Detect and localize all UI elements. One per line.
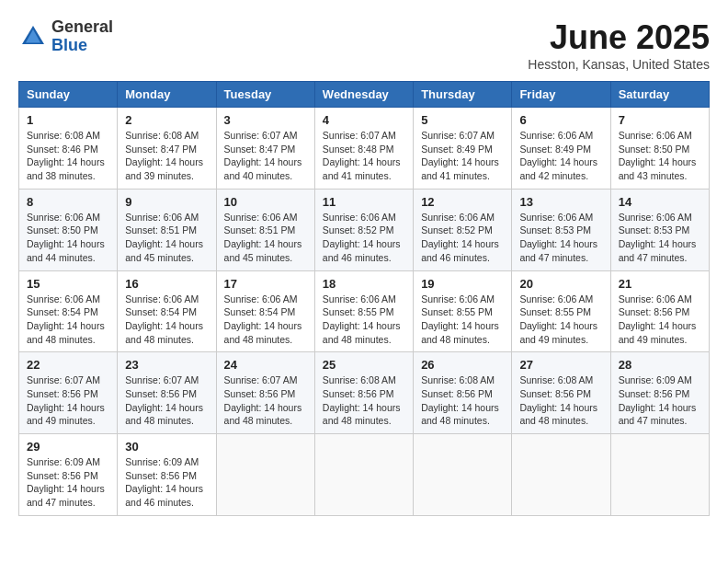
cell-content: Sunrise: 6:06 AMSunset: 8:53 PMDaylight:… (619, 211, 701, 265)
calendar-cell: 17Sunrise: 6:06 AMSunset: 8:54 PMDayligh… (216, 270, 314, 352)
day-number: 13 (519, 195, 602, 209)
day-number: 18 (323, 277, 405, 291)
day-number: 25 (323, 358, 405, 372)
cell-content: Sunrise: 6:06 AMSunset: 8:54 PMDaylight:… (27, 293, 109, 347)
calendar-cell: 15Sunrise: 6:06 AMSunset: 8:54 PMDayligh… (19, 270, 118, 352)
cell-content: Sunrise: 6:06 AMSunset: 8:50 PMDaylight:… (619, 129, 701, 183)
day-number: 1 (27, 113, 109, 127)
calendar-cell: 6Sunrise: 6:06 AMSunset: 8:49 PMDaylight… (512, 108, 610, 190)
calendar: Sunday Monday Tuesday Wednesday Thursday… (18, 81, 710, 516)
calendar-cell: 19Sunrise: 6:06 AMSunset: 8:55 PMDayligh… (414, 270, 512, 352)
calendar-cell: 5Sunrise: 6:07 AMSunset: 8:49 PMDaylight… (414, 108, 512, 190)
day-number: 24 (224, 358, 307, 372)
day-number: 4 (323, 113, 405, 127)
calendar-cell: 30Sunrise: 6:09 AMSunset: 8:56 PMDayligh… (118, 434, 216, 516)
calendar-cell: 10Sunrise: 6:06 AMSunset: 8:51 PMDayligh… (216, 189, 314, 270)
calendar-cell: 25Sunrise: 6:08 AMSunset: 8:56 PMDayligh… (314, 352, 413, 434)
calendar-week-row: 29Sunrise: 6:09 AMSunset: 8:56 PMDayligh… (19, 434, 710, 516)
logo: General Blue (18, 18, 113, 55)
cell-content: Sunrise: 6:08 AMSunset: 8:56 PMDaylight:… (323, 373, 405, 428)
day-number: 2 (125, 113, 208, 127)
header-thursday: Thursday (414, 82, 512, 108)
calendar-week-row: 22Sunrise: 6:07 AMSunset: 8:56 PMDayligh… (19, 352, 710, 434)
day-number: 30 (125, 440, 208, 454)
logo-text: General Blue (51, 18, 113, 55)
calendar-cell: 12Sunrise: 6:06 AMSunset: 8:52 PMDayligh… (414, 189, 512, 270)
calendar-cell: 18Sunrise: 6:06 AMSunset: 8:55 PMDayligh… (314, 270, 413, 352)
header-sunday: Sunday (19, 82, 118, 108)
cell-content: Sunrise: 6:06 AMSunset: 8:55 PMDaylight:… (421, 293, 504, 347)
cell-content: Sunrise: 6:08 AMSunset: 8:46 PMDaylight:… (27, 129, 109, 183)
day-number: 12 (421, 195, 504, 209)
cell-content: Sunrise: 6:07 AMSunset: 8:48 PMDaylight:… (323, 129, 405, 183)
cell-content: Sunrise: 6:06 AMSunset: 8:52 PMDaylight:… (421, 211, 504, 265)
day-number: 7 (619, 113, 701, 127)
day-number: 17 (224, 277, 307, 291)
calendar-cell: 9Sunrise: 6:06 AMSunset: 8:51 PMDaylight… (118, 189, 216, 270)
day-number: 3 (224, 113, 307, 127)
day-number: 22 (27, 358, 109, 372)
cell-content: Sunrise: 6:06 AMSunset: 8:50 PMDaylight:… (27, 211, 109, 265)
day-number: 26 (421, 358, 504, 372)
cell-content: Sunrise: 6:08 AMSunset: 8:56 PMDaylight:… (421, 373, 504, 428)
day-number: 28 (619, 358, 701, 372)
cell-content: Sunrise: 6:06 AMSunset: 8:51 PMDaylight:… (224, 211, 307, 265)
calendar-cell: 29Sunrise: 6:09 AMSunset: 8:56 PMDayligh… (19, 434, 118, 516)
calendar-cell (414, 434, 512, 516)
calendar-cell: 8Sunrise: 6:06 AMSunset: 8:50 PMDaylight… (19, 189, 118, 270)
page-header: General Blue June 2025 Hesston, Kansas, … (18, 18, 710, 72)
calendar-cell: 28Sunrise: 6:09 AMSunset: 8:56 PMDayligh… (610, 352, 709, 434)
day-number: 19 (421, 277, 504, 291)
cell-content: Sunrise: 6:07 AMSunset: 8:56 PMDaylight:… (27, 373, 109, 428)
calendar-header-row: Sunday Monday Tuesday Wednesday Thursday… (19, 82, 710, 108)
day-number: 11 (323, 195, 405, 209)
cell-content: Sunrise: 6:06 AMSunset: 8:52 PMDaylight:… (323, 211, 405, 265)
day-number: 15 (27, 277, 109, 291)
cell-content: Sunrise: 6:06 AMSunset: 8:56 PMDaylight:… (619, 293, 701, 347)
cell-content: Sunrise: 6:07 AMSunset: 8:56 PMDaylight:… (125, 373, 208, 428)
logo-general: General (51, 18, 113, 37)
calendar-cell (610, 434, 709, 516)
cell-content: Sunrise: 6:06 AMSunset: 8:53 PMDaylight:… (519, 211, 602, 265)
header-friday: Friday (512, 82, 610, 108)
calendar-week-row: 8Sunrise: 6:06 AMSunset: 8:50 PMDaylight… (19, 189, 710, 270)
calendar-cell: 21Sunrise: 6:06 AMSunset: 8:56 PMDayligh… (610, 270, 709, 352)
calendar-cell: 2Sunrise: 6:08 AMSunset: 8:47 PMDaylight… (118, 108, 216, 190)
calendar-cell: 22Sunrise: 6:07 AMSunset: 8:56 PMDayligh… (19, 352, 118, 434)
calendar-cell: 1Sunrise: 6:08 AMSunset: 8:46 PMDaylight… (19, 108, 118, 190)
calendar-cell: 16Sunrise: 6:06 AMSunset: 8:54 PMDayligh… (118, 270, 216, 352)
cell-content: Sunrise: 6:08 AMSunset: 8:56 PMDaylight:… (519, 373, 602, 428)
cell-content: Sunrise: 6:08 AMSunset: 8:47 PMDaylight:… (125, 129, 208, 183)
cell-content: Sunrise: 6:06 AMSunset: 8:51 PMDaylight:… (125, 211, 208, 265)
day-number: 6 (519, 113, 602, 127)
day-number: 23 (125, 358, 208, 372)
calendar-cell: 4Sunrise: 6:07 AMSunset: 8:48 PMDaylight… (314, 108, 413, 190)
cell-content: Sunrise: 6:06 AMSunset: 8:55 PMDaylight:… (519, 293, 602, 347)
calendar-cell: 27Sunrise: 6:08 AMSunset: 8:56 PMDayligh… (512, 352, 610, 434)
location-title: Hesston, Kansas, United States (528, 57, 710, 72)
cell-content: Sunrise: 6:09 AMSunset: 8:56 PMDaylight:… (125, 455, 208, 510)
header-saturday: Saturday (610, 82, 709, 108)
cell-content: Sunrise: 6:06 AMSunset: 8:49 PMDaylight:… (519, 129, 602, 183)
day-number: 29 (27, 440, 109, 454)
logo-icon (18, 22, 48, 52)
logo-blue: Blue (51, 37, 113, 55)
calendar-cell: 3Sunrise: 6:07 AMSunset: 8:47 PMDaylight… (216, 108, 314, 190)
month-title: June 2025 (528, 18, 710, 57)
cell-content: Sunrise: 6:09 AMSunset: 8:56 PMDaylight:… (619, 373, 701, 428)
calendar-cell: 7Sunrise: 6:06 AMSunset: 8:50 PMDaylight… (610, 108, 709, 190)
header-monday: Monday (118, 82, 216, 108)
day-number: 8 (27, 195, 109, 209)
day-number: 9 (125, 195, 208, 209)
calendar-cell: 23Sunrise: 6:07 AMSunset: 8:56 PMDayligh… (118, 352, 216, 434)
calendar-cell: 20Sunrise: 6:06 AMSunset: 8:55 PMDayligh… (512, 270, 610, 352)
cell-content: Sunrise: 6:06 AMSunset: 8:54 PMDaylight:… (125, 293, 208, 347)
cell-content: Sunrise: 6:06 AMSunset: 8:55 PMDaylight:… (323, 293, 405, 347)
calendar-cell: 13Sunrise: 6:06 AMSunset: 8:53 PMDayligh… (512, 189, 610, 270)
calendar-cell: 11Sunrise: 6:06 AMSunset: 8:52 PMDayligh… (314, 189, 413, 270)
day-number: 5 (421, 113, 504, 127)
calendar-cell (216, 434, 314, 516)
calendar-cell: 24Sunrise: 6:07 AMSunset: 8:56 PMDayligh… (216, 352, 314, 434)
day-number: 21 (619, 277, 701, 291)
day-number: 14 (619, 195, 701, 209)
